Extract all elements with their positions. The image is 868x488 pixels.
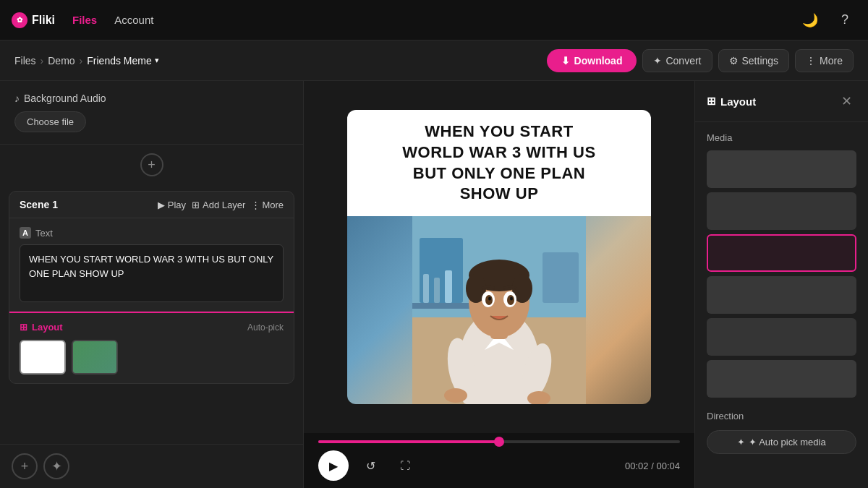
video-controls: ▶ ↺ ⛶ 00:02 / 00:04 xyxy=(304,433,694,488)
effect-icon: ✦ xyxy=(51,458,62,474)
choose-file-button[interactable]: Choose file xyxy=(14,111,86,132)
close-panel-button[interactable]: ✕ xyxy=(836,91,856,111)
convert-button[interactable]: ✦ Convert xyxy=(642,49,712,72)
close-icon: ✕ xyxy=(841,93,852,109)
layout-thumb-white[interactable] xyxy=(20,340,66,374)
scene-title: Scene 1 xyxy=(20,199,152,210)
svg-rect-3 xyxy=(542,252,579,303)
gear-icon: ⚙ xyxy=(729,55,739,67)
nav-files[interactable]: Files xyxy=(72,14,97,26)
layout-icon: ⊞ xyxy=(20,322,27,333)
auto-pick-label: Auto-pick xyxy=(247,322,284,333)
text-layer-icon: A xyxy=(20,227,31,239)
settings-label: Settings xyxy=(742,55,779,67)
direction-label: Direction xyxy=(695,411,868,421)
scene-more-button[interactable]: ⋮ More xyxy=(251,200,284,210)
convert-icon: ✦ xyxy=(653,55,662,67)
layout-thumb-image[interactable] xyxy=(72,340,118,374)
app-logo[interactable]: ✿ Fliki xyxy=(12,12,55,28)
left-panel: ♪ Background Audio Choose file + Scene 1… xyxy=(0,81,304,488)
total-time: 00:04 xyxy=(656,461,680,471)
media-thumb-2[interactable] xyxy=(707,192,856,230)
current-time: 00:02 xyxy=(625,461,649,471)
sparkle-icon: ✦ xyxy=(737,437,745,448)
plus-icon: + xyxy=(148,158,156,173)
time-display: 00:02 / 00:04 xyxy=(427,461,680,471)
dark-mode-toggle[interactable]: 🌙 xyxy=(799,9,822,32)
replay-button[interactable]: ↺ xyxy=(357,453,383,479)
media-thumb-1[interactable] xyxy=(707,150,856,188)
top-navigation: ✿ Fliki Files Account 🌙 ? xyxy=(0,0,868,40)
music-icon: ♪ xyxy=(14,93,20,104)
media-label: Media xyxy=(707,132,856,143)
replay-icon: ↺ xyxy=(366,459,375,473)
play-icon-main: ▶ xyxy=(329,459,338,473)
logo-icon: ✿ xyxy=(12,12,27,28)
media-thumb-3[interactable] xyxy=(707,234,856,272)
svg-point-25 xyxy=(510,296,513,300)
breadcrumb-demo[interactable]: Demo xyxy=(48,55,75,67)
download-button[interactable]: ⬇ Download xyxy=(547,49,637,72)
breadcrumb-files[interactable]: Files xyxy=(14,55,36,67)
breadcrumb-current[interactable]: Friends Meme ▾ xyxy=(87,55,158,67)
audio-label-text: Background Audio xyxy=(24,93,106,104)
video-preview-area: WHEN YOU STARTWORLD WAR 3 WITH USBUT ONL… xyxy=(304,81,694,433)
play-pause-button[interactable]: ▶ xyxy=(318,450,349,481)
media-thumb-5[interactable] xyxy=(707,318,856,356)
breadcrumb-bar: Files › Demo › Friends Meme ▾ ⬇ Download… xyxy=(0,40,868,81)
audio-label: ♪ Background Audio xyxy=(14,93,289,104)
progress-fill xyxy=(318,440,499,443)
help-button[interactable]: ? xyxy=(833,9,856,32)
text-layer-label: Text xyxy=(35,228,53,239)
add-layer-button[interactable]: ⊞ Add Layer xyxy=(192,200,245,210)
chevron-down-icon: ▾ xyxy=(155,56,159,65)
text-content: WHEN YOU START WORLD WAR 3 WITH US BUT O… xyxy=(29,254,273,279)
media-thumb-6[interactable] xyxy=(707,360,856,398)
add-between-scenes-button[interactable]: + xyxy=(140,153,163,176)
layout-label: Layout xyxy=(32,322,63,333)
settings-button[interactable]: ⚙ Settings xyxy=(718,49,790,72)
svg-rect-6 xyxy=(434,278,440,303)
center-panel: WHEN YOU STARTWORLD WAR 3 WITH USBUT ONL… xyxy=(304,81,694,488)
media-thumb-4[interactable] xyxy=(707,276,856,314)
scene-more-label: More xyxy=(262,200,284,210)
fullscreen-button[interactable]: ⛶ xyxy=(392,453,418,479)
scene-header: Scene 1 ▶ Play ⊞ Add Layer ⋮ More xyxy=(9,192,294,218)
add-effect-button[interactable]: ✦ xyxy=(43,453,69,479)
nav-account[interactable]: Account xyxy=(114,14,153,26)
progress-handle[interactable] xyxy=(494,437,504,447)
add-scene-row: + xyxy=(0,145,303,185)
progress-bar[interactable] xyxy=(318,440,680,443)
add-layer-label: Add Layer xyxy=(203,200,245,210)
auto-pick-media-label: ✦ Auto pick media xyxy=(749,437,825,448)
text-content-box[interactable]: WHEN YOU START WORLD WAR 3 WITH US BUT O… xyxy=(20,244,284,302)
left-bottom-actions: + ✦ xyxy=(0,444,303,488)
more-dots-icon: ⋮ xyxy=(806,55,816,67)
fullscreen-icon: ⛶ xyxy=(400,460,410,471)
meme-image xyxy=(347,216,651,404)
convert-label: Convert xyxy=(665,55,701,67)
layout-panel-icon: ⊞ xyxy=(707,95,716,108)
controls-row: ▶ ↺ ⛶ 00:02 / 00:04 xyxy=(318,450,680,481)
right-panel: ⊞ Layout ✕ Media Direction ✦ ✦ Auto pick… xyxy=(694,81,868,488)
layout-section: ⊞ Layout Auto-pick xyxy=(9,312,294,383)
right-panel-header: ⊞ Layout ✕ xyxy=(695,81,868,122)
svg-rect-7 xyxy=(445,270,452,303)
scene-block: Scene 1 ▶ Play ⊞ Add Layer ⋮ More A Text xyxy=(9,191,294,384)
layout-section-title: ⊞ Layout xyxy=(20,322,63,333)
character-svg xyxy=(412,216,586,404)
media-grid xyxy=(707,150,856,398)
more-label: More xyxy=(820,55,843,67)
scene-play-button[interactable]: ▶ Play xyxy=(158,200,186,210)
meme-text: WHEN YOU STARTWORLD WAR 3 WITH USBUT ONL… xyxy=(362,121,637,204)
video-frame: WHEN YOU STARTWORLD WAR 3 WITH USBUT ONL… xyxy=(347,110,651,403)
auto-pick-media-button[interactable]: ✦ ✦ Auto pick media xyxy=(707,430,856,454)
scene-more-dots-icon: ⋮ xyxy=(251,200,260,210)
svg-rect-5 xyxy=(423,274,429,303)
meme-text-area: WHEN YOU STARTWORLD WAR 3 WITH USBUT ONL… xyxy=(347,110,651,215)
more-button[interactable]: ⋮ More xyxy=(795,49,854,72)
download-label: Download xyxy=(574,55,623,67)
scene-play-label: Play xyxy=(168,200,186,210)
breadcrumb-sep-1: › xyxy=(41,55,44,67)
add-scene-button[interactable]: + xyxy=(12,453,38,479)
